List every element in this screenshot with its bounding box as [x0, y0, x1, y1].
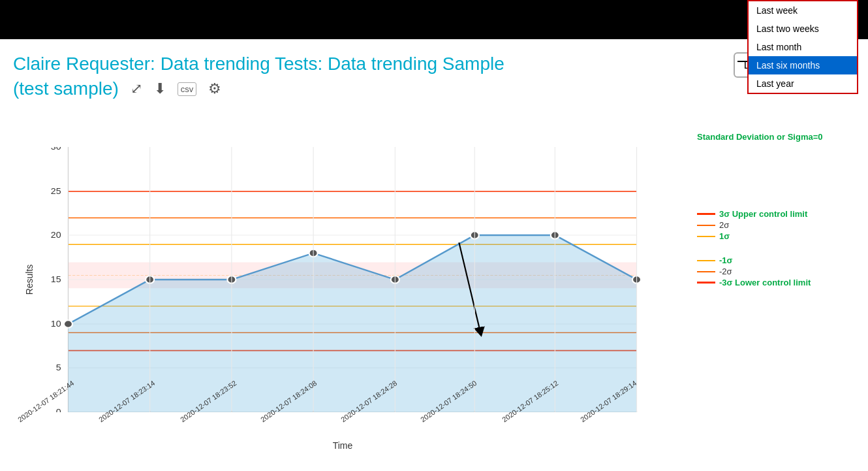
dropdown-item-last-six-months[interactable]: Last six months	[749, 56, 857, 74]
legend-neg1sigma: -1σ	[697, 255, 865, 265]
title-line1: Claire Requester: Data trending Tests: D…	[13, 52, 685, 76]
svg-text:5: 5	[56, 363, 61, 372]
title-line2: (test sample) ⤢ ⬇ csv ⚙	[13, 78, 685, 99]
svg-text:15: 15	[51, 275, 61, 284]
dropdown-item-last-month[interactable]: Last month	[749, 38, 857, 56]
page-title: Claire Requester: Data trending Tests: D…	[13, 52, 685, 99]
svg-text:25: 25	[51, 187, 61, 196]
csv-icon[interactable]: csv	[178, 82, 197, 96]
dropdown-item-last-two-weeks[interactable]: Last two weeks	[749, 20, 857, 38]
legend-lcl: -3σ Lower control limit	[697, 278, 865, 287]
toolbar: ⤢ ⬇ csv ⚙	[131, 80, 222, 97]
legend-panel: Standard Deviation or Sigma=0 3σ Upper c…	[692, 39, 868, 471]
download-icon[interactable]: ⬇	[154, 80, 166, 97]
svg-text:10: 10	[51, 319, 61, 329]
x-axis-label: Time	[13, 440, 672, 451]
legend-2sigma: 2σ	[697, 220, 865, 230]
svg-point-23	[64, 320, 72, 327]
legend-1sigma: 1σ	[697, 231, 865, 241]
chart-area: Results	[13, 147, 672, 451]
dropdown-item-last-year[interactable]: Last year	[749, 74, 857, 93]
legend-ucl: 3σ Upper control limit	[697, 209, 865, 219]
svg-text:20: 20	[51, 231, 61, 240]
x-axis-labels: 2020-12-07 18:21:44 2020-12-07 18:23:14 …	[33, 406, 672, 442]
legend-items: 3σ Upper control limit 2σ 1σ -1σ -2σ -3σ…	[697, 209, 865, 289]
legend-neg2sigma: -2σ	[697, 267, 865, 276]
chart-svg: 0 5 10 15 20 25 30	[33, 147, 672, 412]
expand-icon[interactable]: ⤢	[131, 80, 142, 97]
annotation-text: Standard Deviation or Sigma=0	[697, 131, 865, 142]
svg-text:30: 30	[51, 147, 61, 152]
dropdown-popup: Last week Last two weeks Last month Last…	[747, 0, 858, 94]
dropdown-item-last-week[interactable]: Last week	[749, 1, 857, 20]
settings-icon[interactable]: ⚙	[208, 80, 221, 97]
main-content: Claire Requester: Data trending Tests: D…	[0, 39, 692, 471]
